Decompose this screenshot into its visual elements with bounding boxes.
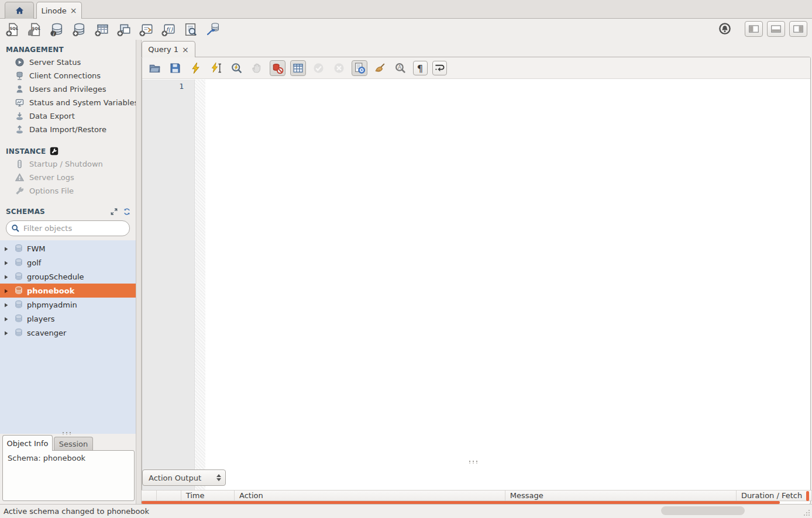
object-info-panel: Schema: phonebook (2, 450, 135, 501)
explain-icon[interactable] (229, 60, 245, 76)
sidebar-item-label: Server Logs (29, 173, 74, 182)
sidebar-item-options-file[interactable]: Options File (0, 184, 136, 198)
output-type-select[interactable]: Action Output (142, 469, 226, 486)
sql-code-area[interactable] (205, 80, 810, 494)
sidebar-item-data-import-restore[interactable]: Data Import/Restore (0, 123, 136, 136)
expander-icon[interactable] (4, 274, 9, 279)
schema-icon (14, 328, 23, 337)
sql-editor-toolbar: A¶ (142, 57, 810, 79)
database-inspector-icon[interactable]: i (49, 22, 65, 37)
sidebar-item-status-and-system-variables[interactable]: Status and System Variables (0, 96, 136, 109)
toggle-bottom-panel-icon[interactable] (767, 21, 785, 37)
sidebar-item-label: Data Import/Restore (29, 125, 106, 134)
options-file-icon (15, 186, 25, 196)
sidebar-item-data-export[interactable]: Data Export (0, 109, 136, 123)
schema-scavenger[interactable]: scavenger (0, 326, 136, 340)
create-function-icon[interactable]: f() (160, 22, 176, 37)
beautify-icon[interactable] (372, 60, 388, 76)
limit-rows-icon[interactable] (290, 60, 306, 76)
schema-phpmyadmin[interactable]: phpmyadmin (0, 298, 136, 312)
new-sql-tab-icon[interactable]: SQL (5, 22, 20, 37)
find-icon[interactable]: A (393, 60, 408, 76)
home-icon (14, 6, 25, 16)
schema-players[interactable]: players (0, 312, 136, 326)
sidebar-item-users-and-privileges[interactable]: Users and Privileges (0, 82, 136, 96)
schema-filter-input[interactable] (23, 224, 125, 233)
line-number: 1 (142, 80, 194, 91)
sidebar-item-label: Status and System Variables (29, 98, 136, 107)
output-column-blank-1[interactable] (157, 491, 181, 500)
close-query-tab-icon[interactable]: × (182, 46, 189, 54)
expander-icon[interactable] (4, 246, 9, 251)
open-sql-script-icon[interactable]: SQL (27, 22, 43, 37)
invisible-chars-icon[interactable]: ¶ (413, 61, 428, 75)
schema-name: FWM (27, 244, 46, 253)
toggle-left-panel-icon[interactable] (745, 21, 763, 37)
tab-session[interactable]: Session (54, 437, 93, 451)
expander-icon[interactable] (4, 302, 9, 308)
expander-icon[interactable] (4, 330, 9, 336)
query-area: Query 1 × A¶ 1 Action Output TimeActionM… (142, 40, 812, 504)
expand-schemas-icon[interactable] (110, 208, 118, 216)
schema-fwm[interactable]: FWM (0, 241, 136, 255)
save-script-icon[interactable] (167, 60, 183, 76)
reconnect-database-icon[interactable] (205, 22, 221, 37)
tab-object-info[interactable]: Object Info (2, 435, 53, 451)
schema-icon (14, 300, 23, 309)
schema-phonebook[interactable]: phonebook (0, 284, 136, 298)
output-type-label: Action Output (149, 474, 201, 482)
expander-icon[interactable] (4, 316, 9, 322)
schema-icon (14, 272, 23, 281)
sidebar-item-client-connections[interactable]: Client Connections (0, 69, 136, 82)
execute-icon[interactable] (188, 60, 204, 76)
sidebar-item-server-status[interactable]: Server Status (0, 56, 136, 69)
query-tab[interactable]: Query 1 × (142, 41, 195, 57)
sql-editor-panel: A¶ 1 (142, 57, 811, 505)
svg-text:¶: ¶ (417, 63, 423, 74)
execute-current-icon[interactable] (208, 60, 224, 76)
create-schema-icon[interactable] (71, 22, 87, 37)
schema-name: groupSchedule (27, 272, 84, 281)
output-column-duration-fetch[interactable]: Duration / Fetch (737, 491, 812, 500)
search-objects-icon[interactable] (183, 22, 198, 37)
create-table-icon[interactable] (94, 22, 109, 37)
stop-on-error-icon[interactable] (270, 60, 285, 76)
output-column-message[interactable]: Message (505, 491, 737, 500)
sidebar-splitter[interactable] (136, 40, 142, 504)
autocommit-icon[interactable] (352, 60, 367, 76)
data-export-icon (15, 111, 25, 121)
create-view-icon[interactable] (116, 22, 132, 37)
notification-icon[interactable] (718, 22, 732, 36)
sidebar-item-label: Startup / Shutdown (29, 160, 103, 168)
output-vertical-scrollbar[interactable] (806, 491, 809, 501)
client-connections-icon (15, 71, 25, 81)
schema-filter[interactable] (6, 220, 130, 236)
output-column-time[interactable]: Time (181, 491, 235, 500)
close-tab-icon[interactable]: × (70, 6, 77, 15)
schema-name: players (27, 315, 55, 323)
mysql-workbench-window: Linode × SQLSQLif() MANAGEMENT Server St… (0, 0, 812, 518)
create-procedure-icon[interactable] (138, 22, 154, 37)
sidebar-item-startup-shutdown[interactable]: Startup / Shutdown (0, 157, 136, 171)
refresh-schemas-icon[interactable] (123, 208, 131, 216)
output-column-blank-0[interactable] (142, 491, 157, 500)
expander-icon[interactable] (4, 288, 9, 293)
status-scrollbar-thumb[interactable] (661, 506, 745, 515)
startup-shutdown-icon (15, 159, 25, 169)
sidebar-item-label: Users and Privileges (29, 85, 106, 94)
connection-tab-linode[interactable]: Linode × (36, 2, 82, 19)
query-tab-label: Query 1 (148, 45, 178, 54)
schema-icon (14, 258, 23, 267)
sidebar-item-server-logs[interactable]: Server Logs (0, 171, 136, 184)
schema-golf[interactable]: golf (0, 255, 136, 270)
window-resize-grip[interactable] (802, 508, 810, 516)
expander-icon[interactable] (4, 260, 9, 265)
output-splitter-handle[interactable] (468, 460, 483, 464)
open-script-icon[interactable] (147, 60, 163, 76)
wrap-text-icon[interactable] (432, 61, 447, 75)
home-tab[interactable] (5, 2, 34, 19)
output-column-action[interactable]: Action (235, 491, 505, 500)
schema-groupschedule[interactable]: groupSchedule (0, 270, 136, 284)
toggle-right-panel-icon[interactable] (789, 21, 807, 37)
sidebar-item-label: Data Export (29, 112, 75, 120)
